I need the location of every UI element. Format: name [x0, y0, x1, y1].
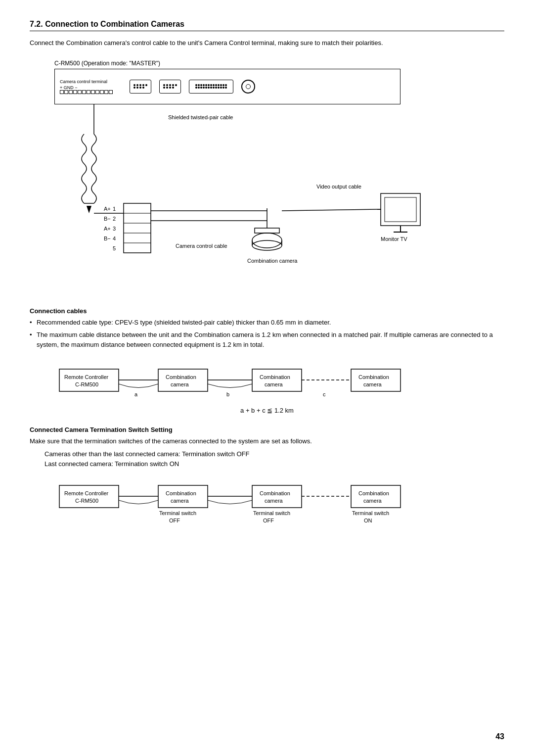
- pin: [91, 90, 95, 94]
- svg-text:Combination: Combination: [260, 490, 290, 496]
- gnd-label: + GND −: [60, 85, 113, 90]
- chain-diagram-2: Remote Controller C-RM500 Combination ca…: [54, 475, 480, 535]
- svg-text:5: 5: [113, 245, 116, 251]
- svg-line-34: [282, 209, 381, 211]
- svg-text:B−: B−: [104, 216, 111, 222]
- svg-text:Remote Controller: Remote Controller: [64, 490, 109, 496]
- main-diagram: C-RM500 (Operation mode: "MASTER") Camer…: [54, 60, 480, 292]
- svg-text:Combination: Combination: [166, 490, 196, 496]
- svg-text:OFF: OFF: [263, 518, 274, 523]
- pin: [87, 90, 90, 94]
- wiring-area: Shielded twisted-pair cable A+: [54, 104, 480, 292]
- termination-section: Connected Camera Termination Switch Sett…: [30, 426, 504, 470]
- svg-rect-22: [255, 228, 279, 233]
- terminal-label: Camera control terminal: [60, 79, 113, 84]
- svg-text:Monitor TV: Monitor TV: [381, 236, 407, 242]
- pin: [73, 90, 77, 94]
- svg-text:camera: camera: [171, 498, 189, 504]
- connector-db9-1: [130, 80, 151, 94]
- termination-line2: Last connected camera: Termination switc…: [44, 459, 504, 470]
- svg-text:OFF: OFF: [169, 518, 180, 523]
- termination-title: Connected Camera Termination Switch Sett…: [30, 426, 504, 433]
- pin: [82, 90, 86, 94]
- svg-text:camera: camera: [265, 498, 283, 504]
- shielded-cable-label: Shielded twisted-pair cable: [168, 114, 233, 120]
- pin: [104, 90, 108, 94]
- termination-line1: Cameras other than the last connected ca…: [44, 449, 504, 460]
- svg-text:camera: camera: [363, 498, 382, 504]
- bullet-item-2: The maximum cable distance between the u…: [30, 330, 504, 349]
- connector-large: [189, 80, 233, 94]
- pin: [100, 90, 104, 94]
- svg-text:c: c: [323, 391, 326, 397]
- svg-text:Terminal switch: Terminal switch: [253, 510, 290, 516]
- chain-svg-1: Remote Controller C-RM500 Combination ca…: [54, 359, 480, 404]
- svg-text:B−: B−: [104, 236, 111, 241]
- svg-rect-28: [381, 193, 420, 226]
- connector-circle: [241, 80, 255, 94]
- svg-text:camera: camera: [171, 381, 189, 387]
- pin: [78, 90, 82, 94]
- svg-text:Combination: Combination: [166, 374, 196, 380]
- section-title: 7.2. Connection to Combination Cameras: [30, 20, 504, 31]
- intro-text: Connect the Combination camera's control…: [30, 38, 504, 48]
- svg-text:Remote Controller: Remote Controller: [64, 374, 109, 380]
- termination-intro: Make sure that the termination switches …: [30, 436, 504, 446]
- pin: [109, 90, 113, 94]
- chain-diagram-1: Remote Controller C-RM500 Combination ca…: [54, 359, 480, 404]
- svg-text:Camera control cable: Camera control cable: [176, 243, 227, 249]
- svg-text:2: 2: [113, 216, 116, 222]
- svg-rect-58: [158, 485, 208, 508]
- wiring-svg: Shielded twisted-pair cable A+: [54, 104, 480, 292]
- terminal-area: Camera control terminal + GND −: [60, 79, 113, 94]
- svg-rect-64: [252, 485, 302, 508]
- svg-text:Combination: Combination: [358, 490, 389, 496]
- connection-cables-title: Connection cables: [30, 307, 504, 315]
- pin: [60, 90, 64, 94]
- bullet-item-1: Recommended cable type: CPEV-S type (shi…: [30, 318, 504, 328]
- svg-rect-45: [252, 369, 302, 391]
- pin: [95, 90, 99, 94]
- connection-cables-section: Connection cables Recommended cable type…: [30, 307, 504, 350]
- bullet-list: Recommended cable type: CPEV-S type (shi…: [30, 318, 504, 350]
- svg-text:A+: A+: [104, 226, 111, 232]
- page-number: 43: [495, 732, 504, 741]
- svg-text:Terminal switch: Terminal switch: [352, 510, 389, 516]
- svg-rect-40: [158, 369, 208, 391]
- svg-rect-70: [351, 485, 400, 508]
- svg-rect-51: [351, 369, 400, 391]
- svg-text:3: 3: [113, 226, 116, 232]
- controller-box: Camera control terminal + GND −: [54, 69, 400, 104]
- svg-text:a: a: [134, 391, 138, 397]
- termination-lines: Cameras other than the last connected ca…: [44, 449, 504, 470]
- svg-text:b: b: [226, 391, 229, 397]
- svg-text:camera: camera: [265, 381, 283, 387]
- svg-rect-54: [59, 485, 119, 508]
- equation: a + b + c ≦ 1.2 km: [30, 407, 504, 414]
- svg-text:Combination: Combination: [358, 374, 389, 380]
- svg-text:C-RM500: C-RM500: [75, 498, 98, 504]
- pin: [69, 90, 73, 94]
- svg-rect-29: [385, 197, 416, 222]
- crm500-label: C-RM500 (Operation mode: "MASTER"): [54, 60, 480, 67]
- svg-text:C-RM500: C-RM500: [75, 381, 98, 387]
- svg-text:Video output cable: Video output cable: [316, 184, 361, 189]
- svg-text:Terminal switch: Terminal switch: [159, 510, 196, 516]
- connector-db9-2: [159, 80, 181, 94]
- svg-text:ON: ON: [364, 518, 372, 523]
- chain-svg-2: Remote Controller C-RM500 Combination ca…: [54, 475, 480, 535]
- svg-text:A+: A+: [104, 206, 111, 212]
- svg-text:Combination camera: Combination camera: [247, 258, 298, 264]
- pin: [64, 90, 68, 94]
- svg-text:camera: camera: [363, 381, 382, 387]
- pin-row: [60, 90, 113, 94]
- svg-rect-4: [124, 203, 151, 253]
- svg-marker-2: [87, 206, 91, 213]
- svg-text:4: 4: [113, 236, 116, 241]
- svg-text:1: 1: [113, 206, 116, 212]
- svg-rect-36: [59, 369, 119, 391]
- svg-text:Combination: Combination: [260, 374, 290, 380]
